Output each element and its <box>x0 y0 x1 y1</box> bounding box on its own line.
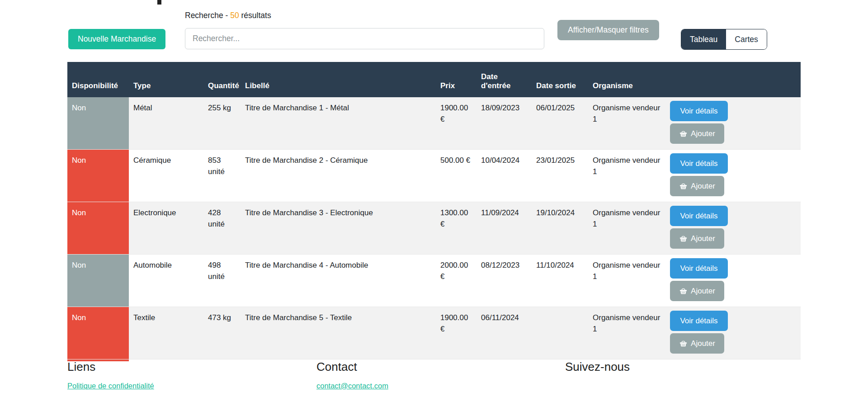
add-button-label: Ajouter <box>691 339 715 348</box>
quantity-cell: 428 unité <box>203 202 241 255</box>
view-details-button[interactable]: Voir détails <box>670 258 728 279</box>
type-cell: Céramique <box>129 150 203 202</box>
privacy-policy-link[interactable]: Politique de confidentialité <box>67 382 154 390</box>
view-details-button[interactable]: Voir détails <box>670 206 728 226</box>
date-out-cell <box>532 307 588 359</box>
add-button-label: Ajouter <box>691 182 715 191</box>
date-in-cell: 18/09/2023 <box>476 97 532 150</box>
table-row: Non Textile 473 kg Titre de Marchandise … <box>67 307 801 359</box>
footer-follow-heading: Suivez-nous <box>565 360 630 374</box>
add-button-label: Ajouter <box>691 129 715 138</box>
basket-icon <box>679 182 688 190</box>
basket-icon <box>679 287 688 295</box>
add-to-basket-button[interactable]: Ajouter <box>670 123 724 144</box>
column-header-price: Prix <box>436 62 476 97</box>
results-suffix: résultats <box>239 11 271 20</box>
organization-cell: Organisme vendeur 1 <box>588 307 667 359</box>
price-cell: 1900.00 € <box>436 307 476 359</box>
quantity-cell: 498 unité <box>203 255 241 307</box>
results-count: 50 <box>230 11 239 20</box>
date-out-cell: 23/01/2025 <box>532 150 588 202</box>
availability-cell: Non <box>67 97 129 150</box>
date-in-cell: 08/12/2023 <box>476 255 532 307</box>
price-cell <box>436 359 476 362</box>
view-details-button[interactable]: Voir détails <box>670 311 728 331</box>
results-prefix: Recherche - <box>185 11 230 20</box>
view-toggle-table[interactable]: Tableau <box>681 29 726 49</box>
availability-cell: Non <box>67 307 129 359</box>
basket-icon <box>679 339 688 348</box>
table-row: Non Electronique 428 unité Titre de Marc… <box>67 202 801 255</box>
organization-cell: Organisme vendeur 1 <box>588 97 667 150</box>
new-merchandise-button[interactable]: Nouvelle Marchandise <box>68 29 165 49</box>
details-button-label: Voir détails <box>680 317 717 326</box>
column-header-date-out: Date sortie <box>532 62 588 97</box>
actions-cell: Voir détails Ajouter <box>667 202 801 255</box>
table-row: Non Automobile 498 unité Titre de Marcha… <box>67 255 801 307</box>
details-button-label: Voir détails <box>680 212 717 221</box>
type-cell: Automobile <box>129 255 203 307</box>
price-cell: 500.00 € <box>436 150 476 202</box>
organization-cell: Organisme vendeur 1 <box>588 202 667 255</box>
add-button-label: Ajouter <box>691 287 715 296</box>
merchandise-table: Disponibilité Type Quantité Libellé Prix… <box>67 62 801 361</box>
page-title-fragment <box>157 0 161 5</box>
toggle-filters-button[interactable]: Afficher/Masquer filtres <box>557 20 659 40</box>
column-header-label: Libellé <box>241 62 436 97</box>
footer-follow-column: Suivez-nous <box>565 360 630 374</box>
type-cell: Métal <box>129 97 203 150</box>
price-cell: 1900.00 € <box>436 97 476 150</box>
column-header-type: Type <box>129 62 203 97</box>
quantity-cell: 255 kg <box>203 97 241 150</box>
details-button-label: Voir détails <box>680 159 717 168</box>
add-to-basket-button[interactable]: Ajouter <box>670 333 724 354</box>
label-cell: Titre de Marchandise 2 - Céramique <box>241 150 436 202</box>
quantity-cell <box>203 359 241 362</box>
details-button-label: Voir détails <box>680 264 717 273</box>
contact-email-link[interactable]: contact@contact.com <box>316 382 388 390</box>
basket-icon <box>679 234 688 243</box>
type-cell: Electronique <box>129 202 203 255</box>
add-to-basket-button[interactable]: Ajouter <box>670 228 724 249</box>
table-row: Non Céramique 853 unité Titre de Marchan… <box>67 150 801 202</box>
footer-links-heading: Liens <box>67 360 154 374</box>
date-in-cell <box>476 359 532 362</box>
actions-cell: Voir détails Ajouter <box>667 150 801 202</box>
details-button-label: Voir détails <box>680 107 717 116</box>
quantity-cell: 853 unité <box>203 150 241 202</box>
date-in-cell: 11/09/2024 <box>476 202 532 255</box>
view-details-button[interactable]: Voir détails <box>670 153 728 174</box>
label-cell: Titre de Marchandise 4 - Automobile <box>241 255 436 307</box>
basket-icon <box>679 129 688 138</box>
view-details-button[interactable]: Voir détails <box>670 101 728 121</box>
date-out-cell: 06/01/2025 <box>532 97 588 150</box>
view-toggle-cards[interactable]: Cartes <box>726 29 767 49</box>
column-header-actions <box>667 62 801 97</box>
availability-cell: Non <box>67 150 129 202</box>
table-row: Non Métal 255 kg Titre de Marchandise 1 … <box>67 97 801 150</box>
label-cell: Titre de Marchandise 3 - Electronique <box>241 202 436 255</box>
column-header-quantity: Quantité <box>203 62 241 97</box>
actions-cell: Voir détails Ajouter <box>667 307 801 359</box>
organization-cell: Organisme vendeur 1 <box>588 255 667 307</box>
date-in-cell: 10/04/2024 <box>476 150 532 202</box>
add-to-basket-button[interactable]: Ajouter <box>670 176 724 196</box>
price-cell: 1300.00 € <box>436 202 476 255</box>
column-header-organization: Organisme <box>588 62 667 97</box>
page: Recherche - 50 résultats Nouvelle Marcha… <box>0 0 868 397</box>
search-input[interactable] <box>185 28 544 49</box>
footer-contact-column: Contact contact@contact.com <box>316 360 388 390</box>
add-to-basket-button[interactable]: Ajouter <box>670 281 724 301</box>
table-header-row: Disponibilité Type Quantité Libellé Prix… <box>67 62 801 97</box>
add-button-label: Ajouter <box>691 234 715 243</box>
date-in-cell: 06/11/2024 <box>476 307 532 359</box>
table-row: Voir détails Ajouter <box>67 359 801 362</box>
label-cell: Titre de Marchandise 1 - Métal <box>241 97 436 150</box>
availability-cell: Non <box>67 202 129 255</box>
footer-contact-heading: Contact <box>316 360 388 374</box>
results-count-line: Recherche - 50 résultats <box>185 11 271 20</box>
actions-cell: Voir détails Ajouter <box>667 255 801 307</box>
actions-cell: Voir détails Ajouter <box>667 97 801 150</box>
actions-cell: Voir détails Ajouter <box>667 359 801 362</box>
label-cell: Titre de Marchandise 5 - Textile <box>241 307 436 359</box>
